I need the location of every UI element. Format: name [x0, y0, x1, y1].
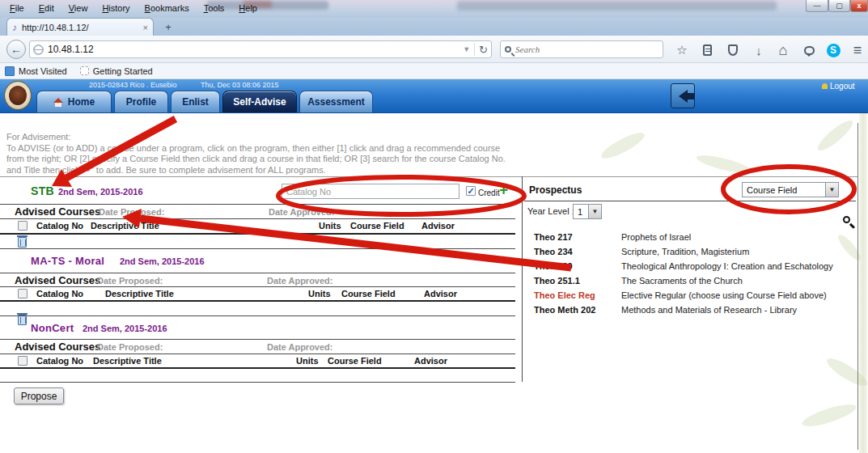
course-code[interactable]: Theo Meth 202 [534, 305, 595, 315]
select-all-checkbox[interactable] [18, 289, 28, 298]
bookmark-getting-started[interactable]: Getting Started [80, 66, 153, 76]
url-bar[interactable]: ▼ ↻ [29, 40, 492, 58]
instructions-text: For Advisement: To ADVISE (or to ADD) a … [6, 132, 506, 176]
bookmark-most-visited[interactable]: Most Visited [5, 66, 67, 76]
column-course-field: Course Field [328, 356, 382, 366]
tab-assessment[interactable]: Assessment [299, 91, 373, 112]
divider [524, 201, 856, 201]
column-descriptive-title: Descriptive Title [105, 289, 174, 298]
tab-profile[interactable]: Profile [114, 91, 168, 112]
chat-icon[interactable] [799, 42, 819, 58]
course-code[interactable]: Theo 251.1 [534, 276, 580, 286]
new-tab-button[interactable]: + [159, 21, 178, 34]
column-catalog-no: Catalog No [36, 289, 83, 298]
menu-bookmarks[interactable]: Bookmarks [138, 2, 196, 15]
propose-button[interactable]: Propose [14, 387, 64, 404]
divider [0, 273, 515, 273]
column-descriptive-title: Descriptive Title [93, 356, 162, 366]
program-term: 2nd Sem, 2015-2016 [83, 324, 167, 333]
back-button[interactable]: ← [6, 40, 26, 59]
select-all-checkbox[interactable] [18, 356, 28, 366]
reload-icon[interactable]: ↻ [479, 44, 488, 56]
year-level-select[interactable]: 1 ▼ [573, 204, 602, 219]
course-code[interactable]: Theo 234 [534, 247, 573, 256]
credit-checkbox[interactable]: ✓ [466, 186, 476, 196]
course-title[interactable]: Methods and Materials of Research - Libr… [621, 305, 797, 315]
divider [0, 176, 857, 177]
divider [0, 248, 515, 249]
select-all-checkbox[interactable] [18, 221, 28, 231]
getting-started-icon [80, 66, 89, 75]
browser-tab[interactable]: ♪ http://10.48.1.12/ × [6, 18, 154, 36]
column-catalog-no: Catalog No [36, 221, 83, 231]
tab-self-advise[interactable]: Self-Advise [222, 91, 297, 112]
menu-history[interactable]: History [95, 2, 136, 15]
maximize-button[interactable]: ▢ [828, 0, 850, 12]
column-advisor: Advisor [424, 289, 457, 298]
date-proposed-label: Date Proposed: [97, 276, 163, 286]
column-catalog-no: Catalog No [36, 356, 83, 366]
header-back-button[interactable] [671, 83, 695, 108]
minimize-button[interactable]: — [806, 0, 828, 12]
year-level-label: Year Level : [527, 206, 574, 216]
search-bar[interactable] [500, 40, 663, 58]
advised-courses-title: Advised Courses [15, 274, 100, 286]
search-input[interactable] [515, 44, 658, 54]
course-code[interactable]: Theo 239 [534, 261, 573, 271]
tab-home[interactable]: Home [36, 91, 112, 112]
home-icon[interactable]: ⌂ [773, 42, 793, 58]
url-dropdown-icon[interactable]: ▼ [463, 45, 470, 53]
menu-help[interactable]: Help [232, 2, 264, 15]
logout-link[interactable]: Logout [822, 82, 855, 91]
add-course-button[interactable]: + [499, 183, 508, 197]
course-title[interactable]: Scripture, Tradition, Magisterium [621, 247, 749, 256]
close-button[interactable]: x [850, 0, 868, 12]
downloads-icon[interactable]: ↓ [749, 42, 768, 58]
hamburger-menu-icon[interactable]: ≡ [848, 42, 867, 58]
skype-icon[interactable]: S [824, 42, 843, 58]
course-title[interactable]: Elective Regular (choose using Course Fi… [621, 290, 827, 300]
home-house-icon [53, 98, 64, 107]
bookmark-star-icon[interactable]: ☆ [672, 42, 692, 58]
shield-icon[interactable] [723, 42, 743, 58]
menu-file[interactable]: File [3, 2, 31, 15]
advised-courses-title: Advised Courses [15, 205, 100, 218]
menu-view[interactable]: View [62, 2, 95, 15]
divider [0, 300, 515, 302]
tab-enlist[interactable]: Enlist [171, 91, 220, 112]
date-approved-label: Date Approved: [267, 276, 333, 286]
program-link-stb[interactable]: STB [31, 184, 54, 197]
header-datetime: Thu, Dec 03 08:06 2015 [201, 81, 279, 89]
bamboo-leaf-decoration [800, 400, 858, 431]
menu-tools[interactable]: Tools [197, 2, 231, 15]
select-dropdown-icon[interactable]: ▼ [825, 183, 838, 197]
bookmarks-panel-icon[interactable] [697, 42, 717, 58]
prospectus-search-icon[interactable] [843, 216, 850, 223]
course-title[interactable]: The Sacraments of the Church [621, 276, 743, 286]
divider [0, 367, 515, 369]
site-identity-icon[interactable] [33, 44, 44, 55]
search-icon [505, 46, 511, 53]
program-link-noncert[interactable]: NonCert [31, 322, 74, 334]
background-window-smudge [457, 1, 777, 11]
select-dropdown-icon[interactable]: ▼ [588, 205, 601, 218]
divider [0, 218, 515, 219]
course-code[interactable]: Theo Elec Reg [534, 290, 595, 300]
date-approved-label: Date Approved: [269, 207, 335, 217]
column-course-field: Course Field [341, 289, 396, 298]
logout-key-icon [822, 83, 828, 89]
course-title[interactable]: Theological Anthropology I: Creation and… [621, 261, 833, 271]
catalog-no-input[interactable] [282, 184, 459, 199]
url-input[interactable] [48, 44, 459, 55]
delete-trash-icon[interactable] [18, 237, 27, 248]
browser-menubar: File Edit View History Bookmarks Tools H… [3, 2, 264, 15]
course-code[interactable]: Theo 217 [534, 232, 573, 242]
menu-edit[interactable]: Edit [32, 2, 61, 15]
column-course-field: Course Field [350, 221, 404, 231]
course-field-select[interactable]: Course Field ▼ [742, 182, 839, 197]
back-arrow-icon [672, 90, 688, 103]
divider [0, 382, 515, 383]
tab-close-icon[interactable]: × [143, 23, 148, 32]
course-title[interactable]: Prophets of Israel [621, 232, 691, 242]
program-link-ma-ts[interactable]: MA-TS - Moral [31, 255, 104, 267]
